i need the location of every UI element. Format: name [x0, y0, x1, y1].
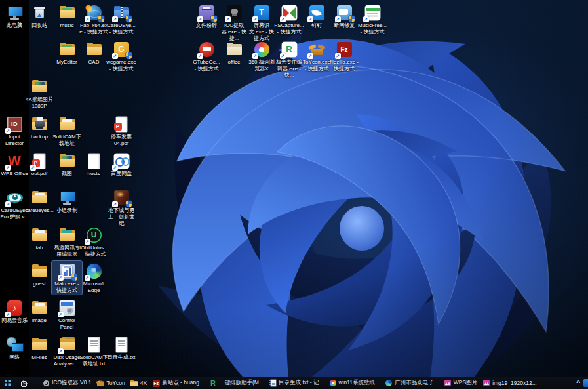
- shortcut-arrow-badge: ↗: [197, 16, 203, 22]
- desktop-icon-baidu-netdisk[interactable]: ↗百度网盘: [106, 151, 136, 178]
- desktop-icon-out-pdf[interactable]: P↗out.pdf: [24, 151, 54, 178]
- desktop-icon-jiguang-editor[interactable]: R↗极光专用编辑器.exe - 快...: [274, 39, 304, 79]
- notepad-icon: [269, 379, 277, 387]
- desktop-icon-label: 钉钉: [302, 22, 332, 29]
- desktop-icon-label: MFiles: [24, 354, 54, 361]
- desktop-icon-dir-gen-txt[interactable]: 目录生成.txt: [106, 335, 136, 361]
- desktop-icon-label: backup: [24, 134, 54, 140]
- desktop-icon-4k-wallpaper-folder[interactable]: 4K壁纸图片1080P: [24, 77, 54, 110]
- taskbar-app-label: 新站点 - huang...: [162, 379, 204, 387]
- shortcut-arrow-badge: ↗: [5, 165, 11, 171]
- shortcut-arrow-badge: ↗: [58, 275, 64, 281]
- fscapture-icon: ↗: [281, 4, 298, 22]
- desktop-icon-label: fab: [24, 245, 54, 251]
- desktop-icon-gtubeget[interactable]: ↗GTubeGe... - 快捷方式: [191, 39, 222, 73]
- desktop-icon-recycle-bin[interactable]: 回收站: [24, 3, 54, 30]
- desktop-icon-dingtalk[interactable]: ↗钉钉: [302, 3, 332, 30]
- shortcut-arrow-badge: ↗: [197, 53, 203, 59]
- pdf-icon: P↗: [31, 152, 49, 170]
- desktop-icon-label: 极光专用编辑器.exe - 快...: [274, 59, 304, 79]
- desktop-icon-label: Main.exe - 快捷方式: [52, 281, 82, 294]
- dingtalk-icon: ↗: [308, 4, 326, 22]
- desktop-icon-wegame[interactable]: G↗wegame.exe - 快捷方式: [106, 39, 136, 73]
- desktop-icon-browser-360[interactable]: ↗360 极速浏览器X: [246, 39, 277, 73]
- desktop-icon-hosts-file[interactable]: hosts: [79, 151, 109, 178]
- desktop-icon-screenshots-folder[interactable]: 截图: [52, 151, 82, 178]
- taskbar-app-wps-picture[interactable]: WPS图片: [441, 377, 480, 389]
- taskbar-app-toycon[interactable]: ToYcon: [94, 377, 127, 389]
- netease-music-icon: ♪↗: [6, 299, 24, 317]
- uac-shield-badge: [71, 274, 77, 281]
- desktop-icon-label: IObitUnins... - 快捷方式: [79, 245, 109, 258]
- main-exe-icon: ↗: [58, 262, 76, 280]
- desktop-icon-control-panel[interactable]: ↗Control Panel: [52, 298, 82, 331]
- desktop-icon-net-repair[interactable]: ↗断网修复: [329, 3, 359, 30]
- wps-office-icon: W↗: [6, 152, 24, 170]
- desktop-icon-file-shredder[interactable]: ↗文件粉碎: [191, 3, 222, 30]
- desktop-icon-microsoft-edge[interactable]: ↗Microsoft Edge: [79, 261, 109, 295]
- desktop-icon-label: CAD: [79, 59, 109, 66]
- desktop-icon-label: office: [219, 59, 249, 66]
- taskbar-app-wps-picture-img19[interactable]: img19_1920x12...: [480, 377, 539, 389]
- desktop-icon-music-folder[interactable]: music: [52, 3, 82, 30]
- printer-backup-icon: [31, 115, 49, 133]
- musicfree-icon: ↗: [364, 4, 382, 22]
- desktop-icon-label: 断网修复: [329, 22, 359, 29]
- uac-shield-badge: [349, 16, 355, 22]
- desktop-icon-screen-ocr[interactable]: T↗屏幕识文.exe - 快捷方式: [246, 3, 277, 43]
- desktop-icon-backup-folder[interactable]: backup: [24, 114, 54, 141]
- desktop-icon-disk-usage-analyzer[interactable]: ↗Disk Usage Analyzer ...: [52, 335, 82, 368]
- desktop-icon-toycon[interactable]: ↗ToYcon.exe - 快捷方式: [302, 39, 332, 73]
- tray-app-icon[interactable]: [583, 379, 588, 387]
- taskbar-app-photos[interactable]: win11系统壁纸...: [326, 377, 383, 389]
- desktop-icon-myeditor-folder[interactable]: MyEditor: [52, 39, 82, 66]
- folder-image-icon: [31, 78, 49, 96]
- desktop-icon-fab-folder[interactable]: fab: [24, 225, 54, 252]
- desktop-icon-solidcam-txt[interactable]: SolidCAM下载地址.txt: [79, 335, 109, 368]
- uac-shield-badge: [211, 16, 217, 22]
- desktop-icon-solidcam-folder[interactable]: SolidCAM下载地址: [52, 114, 82, 148]
- toybox-icon: [96, 379, 104, 387]
- disk-usage-icon: ↗: [58, 336, 76, 354]
- desktop-icon-careueyes-folder[interactable]: careueyes...: [24, 188, 54, 215]
- taskbar-apps: ICO提取器 V0.1ToYcon4KFz新站点 - huang...R一键排版…: [39, 377, 573, 389]
- desktop-icon-parking-invoice-pdf[interactable]: P停车发票04.pdf: [106, 114, 136, 148]
- desktop-icon-yiyou-editor-folder[interactable]: 易游网讯专用编辑器: [52, 225, 82, 258]
- network-icon: [6, 336, 24, 354]
- browser-360-icon: ↗: [253, 41, 271, 58]
- desktop-icon-careueye-shortcut[interactable]: ↗CareUEye... - 快捷方式: [106, 3, 136, 36]
- taskbar-app-edge[interactable]: 广州市品众电子...: [382, 377, 441, 389]
- hidden-icons-chevron[interactable]: ^: [573, 377, 583, 389]
- taskbar-app-4k-folder[interactable]: 4K: [128, 377, 149, 389]
- careueyes-eye-icon: ↗: [6, 189, 24, 207]
- taskbar-app-notepad[interactable]: 目录生成.txt - 记...: [266, 377, 326, 389]
- desktop-icon-mfiles-folder[interactable]: MFiles: [24, 335, 54, 361]
- desktop-icon-cad-folder[interactable]: CAD: [79, 39, 109, 66]
- taskbar-app-ico-extractor[interactable]: ICO提取器 V0.1: [39, 377, 94, 389]
- desktop-icon-label: 文件粉碎: [191, 22, 222, 29]
- desktop-icon-fab-x64[interactable]: ↗Fab_x64.exe - 快捷方式: [79, 3, 109, 36]
- desktop-icon-ico-extractor[interactable]: ↗ICO提取器.exe - 快捷...: [219, 3, 249, 43]
- desktop-icon-screen-record[interactable]: 小组录制: [52, 188, 82, 215]
- desktop-icon-musicfree[interactable]: ↗MusicFree... - 快捷方式: [357, 3, 387, 36]
- uac-shield-badge: [126, 201, 132, 207]
- uac-shield-badge: [98, 16, 104, 22]
- task-view-button[interactable]: [16, 377, 31, 389]
- desktop-icon-filezilla[interactable]: Fz↗filezilla.exe - 快捷方式: [329, 39, 359, 73]
- taskbar-app-label: 广州市品众电子...: [395, 379, 439, 387]
- start-button[interactable]: [0, 377, 16, 389]
- taskbar-app-filezilla[interactable]: Fz新站点 - huang...: [149, 377, 206, 389]
- folder-icon: [31, 262, 49, 280]
- desktop-icon-fscapture[interactable]: ↗FSCapture... - 快捷方式: [274, 3, 304, 36]
- typeset-r-icon: R: [209, 379, 217, 387]
- ico-extractor-icon: ↗: [225, 4, 243, 22]
- taskbar-app-typeset-helper[interactable]: R一键排版助手(M...: [206, 377, 266, 389]
- desktop-icon-guest-folder[interactable]: guest: [24, 261, 54, 288]
- desktop-icon-iobit-uninstaller[interactable]: U↗IObitUnins... - 快捷方式: [79, 225, 109, 258]
- desktop-icon-label: Microsoft Edge: [79, 281, 109, 294]
- desktop-icon-label: ToYcon.exe - 快捷方式: [302, 59, 332, 72]
- desktop-icon-main-exe[interactable]: ↗Main.exe - 快捷方式: [52, 261, 82, 295]
- desktop-icon-office-folder[interactable]: office: [219, 39, 249, 66]
- desktop-icon-dnf-game[interactable]: ↗地下城与勇士：创新世纪: [106, 188, 136, 228]
- desktop-icon-image-folder[interactable]: image: [24, 298, 54, 325]
